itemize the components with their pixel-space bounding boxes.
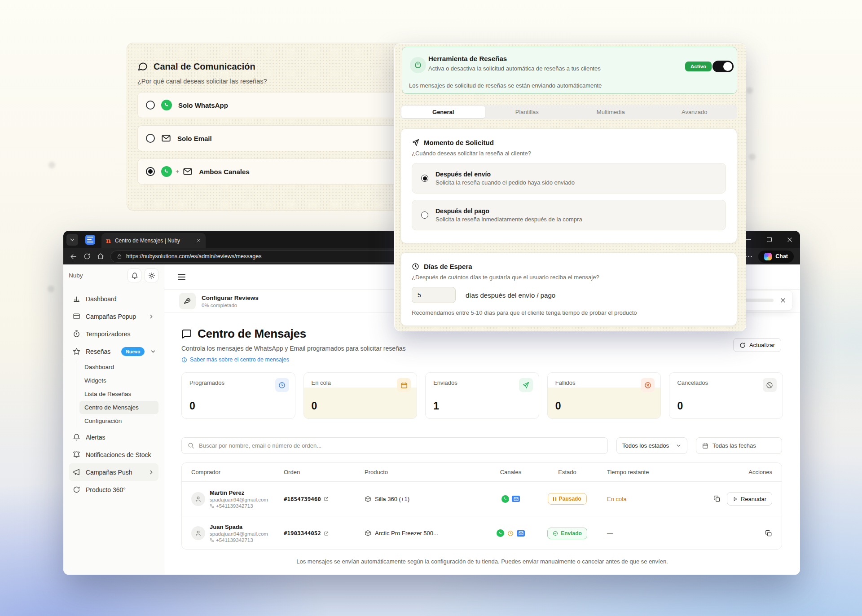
tab-close-icon[interactable] [196, 238, 201, 243]
sidebar-item-producto-360[interactable]: Producto 360° [69, 481, 158, 498]
copilot-chat-button[interactable]: Chat [758, 251, 794, 263]
dias-subtitle: ¿Después de cuántos días te gustaría que… [412, 274, 726, 281]
learn-more-label: Saber más sobre el centro de mensajes [190, 356, 289, 363]
days-input[interactable] [412, 287, 456, 303]
submenu-item-widgets[interactable]: Widgets [79, 374, 158, 387]
active-toggle[interactable] [712, 61, 734, 72]
sidebar-item-notificaciones-stock[interactable]: Notificaciones de Stock [69, 446, 158, 463]
stat-value: 1 [433, 400, 439, 412]
sidebar-item-label: Temporizadores [86, 330, 131, 338]
option-description: Solicita la reseña cuando el pedido haya… [435, 179, 575, 186]
channel-option-email[interactable]: Solo Email [137, 125, 407, 151]
reload-icon[interactable] [84, 253, 91, 260]
option-despues-del-envio[interactable]: Después del envío Solicita la reseña cua… [412, 163, 726, 194]
stat-value: 0 [312, 400, 317, 412]
radio-unselected[interactable] [146, 134, 155, 143]
resume-button[interactable]: Reanudar [727, 492, 772, 506]
clock-icon [412, 263, 419, 270]
channel-section-title: Canal de Comunicación [154, 62, 255, 72]
close-button[interactable] [779, 231, 800, 248]
buyer-phone: +541139342713 [216, 503, 253, 509]
buyer-name: Martin Perez [210, 489, 268, 496]
stat-label: Enviados [433, 379, 531, 386]
rotate-icon [73, 486, 80, 493]
tab-multimedia[interactable]: Multimedia [569, 106, 653, 118]
refresh-label: Actualizar [749, 342, 775, 348]
browser-tab[interactable]: n Centro de Mensajes | Nuby [101, 233, 206, 248]
learn-more-link[interactable]: Saber más sobre el centro de mensajes [181, 356, 406, 363]
sidebar-item-temporizadores[interactable]: Temporizadores [69, 325, 158, 343]
reviews-tabs: General Plantillas Multimedia Avanzado [400, 105, 737, 119]
radio-selected[interactable] [421, 175, 428, 182]
notifications-button[interactable] [128, 268, 141, 282]
submenu-item-configuracion[interactable]: Configuración [79, 414, 158, 427]
toast-close-icon[interactable] [780, 297, 786, 304]
sidebar-item-resenas[interactable]: Reseñas Nuevo [69, 343, 158, 360]
radio-selected[interactable] [146, 167, 155, 176]
copy-icon[interactable] [713, 495, 721, 502]
phone-icon [210, 538, 214, 542]
dias-title: Días de Espera [424, 263, 472, 270]
stat-card-cancelados: Cancelados 0 [669, 372, 783, 419]
refresh-button[interactable]: Actualizar [733, 338, 781, 352]
submenu-item-lista-de-resenas[interactable]: Lista de Reseñas [79, 387, 158, 400]
reviews-tool-panel: Herramienta de Reseñas Activa o desactiv… [394, 43, 746, 331]
radio-unselected[interactable] [421, 211, 428, 219]
home-icon[interactable] [97, 253, 104, 260]
search-input[interactable] [199, 442, 602, 449]
buyer-email: spadajuan94@gmail.com [210, 531, 268, 537]
option-despues-del-pago[interactable]: Después del pago Solicita la reseña inme… [412, 200, 726, 230]
timer-icon [73, 330, 80, 338]
stat-card-programados: Programados 0 [181, 372, 295, 419]
sidebar-item-dashboard[interactable]: Dashboard [69, 290, 158, 308]
radio-unselected[interactable] [146, 101, 155, 110]
sidebar-item-alertas[interactable]: Alertas [69, 428, 158, 446]
email-icon [161, 133, 171, 143]
star-icon [73, 348, 80, 355]
tab-search-chevron-button[interactable] [66, 234, 78, 246]
momento-solicitud-card: Momento de Solicitud ¿Cuándo deseas soli… [400, 128, 737, 243]
stat-label: Fallidos [555, 379, 653, 386]
chat-bubble-icon [137, 61, 148, 72]
reviews-tool-subtitle: Activa o desactiva la solicitud automáti… [428, 65, 601, 72]
check-circle-icon [553, 531, 558, 536]
tab-plantillas[interactable]: Plantillas [485, 106, 569, 118]
browser-menu-icon[interactable] [745, 256, 752, 257]
megaphone-icon [73, 468, 80, 476]
column-header-estado: Estado [537, 469, 598, 475]
sidebar-item-campanas-push[interactable]: Campañas Push [69, 463, 158, 481]
order-number: #1903344052 [284, 530, 321, 537]
chat-label: Chat [775, 253, 788, 260]
hamburger-menu-icon[interactable] [178, 274, 185, 282]
date-filter[interactable]: Todas las fechas [696, 437, 782, 454]
channel-option-whatsapp[interactable]: Solo WhatsApp [137, 92, 407, 118]
email-icon [183, 167, 193, 176]
external-link-icon[interactable] [324, 496, 329, 502]
back-icon[interactable] [70, 253, 77, 260]
tab-general[interactable]: General [401, 106, 485, 118]
date-filter-value: Todas las fechas [712, 442, 756, 449]
submenu-item-dashboard[interactable]: Dashboard [79, 361, 158, 374]
channel-option-both[interactable]: + Ambos Canales [137, 158, 407, 185]
submenu-item-centro-de-mensajes[interactable]: Centro de Mensajes [79, 401, 158, 414]
package-icon [365, 496, 371, 502]
sidebar-item-campanas-popup[interactable]: Campañas Popup [69, 308, 158, 325]
order-number: #1854739460 [284, 496, 321, 502]
package-icon [365, 530, 371, 537]
chevron-right-icon [148, 469, 154, 475]
column-header-orden: Orden [274, 469, 355, 475]
bell-ring-icon [73, 451, 80, 458]
copy-icon[interactable] [765, 530, 772, 537]
channel-option-label: Solo WhatsApp [178, 101, 228, 109]
external-link-icon[interactable] [324, 531, 329, 536]
tab-groups-icon[interactable] [85, 235, 95, 245]
tab-avanzado[interactable]: Avanzado [653, 106, 737, 118]
status-badge-paused: Pausado [548, 493, 587, 505]
maximize-button[interactable] [759, 231, 779, 248]
resume-label: Reanudar [741, 496, 766, 502]
status-filter-select[interactable]: Todos los estados [616, 437, 687, 454]
stat-card-en-cola: En cola 0 [303, 372, 418, 419]
search-box[interactable] [181, 437, 608, 454]
theme-toggle-button[interactable] [145, 268, 158, 282]
copilot-icon [764, 253, 772, 260]
